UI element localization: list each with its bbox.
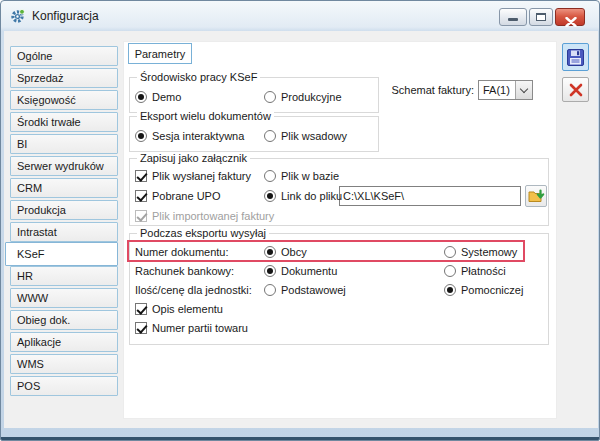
radio-icon [264,170,276,182]
invoice-schema-select[interactable]: FA(1) [478,80,533,100]
minimize-icon [508,18,518,21]
option-label: Link do pliku [281,190,342,202]
radio-link-do-pliku[interactable]: Link do pliku [264,188,342,204]
option-label: Płatności [461,265,506,277]
radio-icon [264,91,276,103]
browse-file-button[interactable] [525,185,547,207]
sidebar-item-intrastat[interactable]: Intrastat [10,222,118,242]
sidebar-item-www[interactable]: WWW [10,288,118,308]
option-label: Sesja interaktywna [152,130,244,142]
group-title: Eksport wielu dokumentów [137,110,274,122]
checkbox-icon [135,190,147,202]
configuration-window: Konfiguracja OgólneSprzedażKsięgowośćŚro… [0,0,600,441]
option-label: Pobrane UPO [152,190,220,202]
radio-sesja-interaktywna[interactable]: Sesja interaktywna [135,128,244,144]
group-eksport-wielu-dokumentow: Eksport wielu dokumentów Sesja interakty… [129,116,379,152]
radio-icon [135,130,147,142]
group-srodowisko-pracy-ksef: Środowisko pracy KSeF DemoProdukcyjne [129,77,379,113]
checkbox-icon [135,303,147,315]
red-x-icon [568,82,584,98]
option-label: Systemowy [461,246,517,258]
radio-pomocniczej[interactable]: Pomocniczej [444,282,523,298]
checkbox-pobrane-upo[interactable]: Pobrane UPO [135,188,220,204]
checkbox-opis-elementu[interactable]: Opis elementu [135,301,223,317]
checkbox-icon [135,322,147,334]
tab-parametry[interactable]: Parametry [128,43,192,64]
option-label: Plik wsadowy [281,130,347,142]
radio-systemowy[interactable]: Systemowy [444,244,517,260]
group-title: Zapisuj jako załącznik [137,152,250,164]
sidebar-item-bi[interactable]: BI [10,134,118,154]
group-title: Podczas eksportu wysyłaj [137,227,269,239]
sidebar-item-produkcja[interactable]: Produkcja [10,200,118,220]
radio-icon [264,265,276,277]
attachment-path-input[interactable] [339,186,521,206]
row-label-ilosc-cene-dla-jednostki: Ilość/cenę dla jednostki: [135,282,252,298]
group-zapisuj-jako-zalacznik: Zapisuj jako załącznik Plik wysłanej fak… [129,158,549,226]
option-label: Numer partii towaru [152,322,248,334]
maximize-button[interactable] [529,8,553,26]
option-label: Produkcyjne [281,91,342,103]
group-podczas-eksportu-wysylaj: Podczas eksportu wysyłaj Numer dokumentu… [129,233,549,345]
radio-demo[interactable]: Demo [135,89,181,105]
save-button[interactable] [562,43,589,71]
checkbox-plik-wyslanej-faktury[interactable]: Plik wysłanej faktury [135,168,251,184]
minimize-button[interactable] [499,8,527,26]
option-label: Demo [152,91,181,103]
floppy-disk-icon [566,48,585,67]
sidebar-item-ogolne[interactable]: Ogólne [10,46,118,66]
sidebar-item-hr[interactable]: HR [10,266,118,286]
sidebar-item-sprzedaz[interactable]: Sprzedaż [10,68,118,88]
radio-podstawowej[interactable]: Podstawowej [264,282,346,298]
radio-icon [264,284,276,296]
radio-icon [444,246,456,258]
radio-produkcyjne[interactable]: Produkcyjne [264,89,342,105]
option-label: Pomocniczej [461,284,523,296]
sidebar-item-serwer-wydrukow[interactable]: Serwer wydruków [10,156,118,176]
checkbox-icon [135,210,147,222]
option-label: Obcy [281,246,307,258]
group-title: Środowisko pracy KSeF [137,71,260,83]
checkbox-icon [135,170,147,182]
radio-icon [264,190,276,202]
radio-icon [444,284,456,296]
sidebar-item-ksef[interactable]: KSeF [5,242,118,266]
option-label: Plik wysłanej faktury [152,170,251,182]
invoice-schema-dropdown-button[interactable] [515,81,532,99]
row-label-numer-dokumentu: Numer dokumentu: [135,244,229,260]
invoice-schema-value: FA(1) [483,84,510,96]
close-icon [565,13,577,31]
sidebar-item-wms[interactable]: WMS [10,354,118,374]
radio-dokumentu[interactable]: Dokumentu [264,263,337,279]
option-label: Plik importowanej faktury [152,210,274,222]
sidebar-item-srodki-trwale[interactable]: Środki trwałe [10,112,118,132]
option-label: Dokumentu [281,265,337,277]
sidebar-item-crm[interactable]: CRM [10,178,118,198]
option-label: Podstawowej [281,284,346,296]
window-title: Konfiguracja [32,9,99,23]
checkbox-plik-importowanej-faktury: Plik importowanej faktury [135,208,274,224]
sidebar-item-aplikacje[interactable]: Aplikacje [10,332,118,352]
option-label: Plik w bazie [281,170,339,182]
category-sidebar: OgólneSprzedażKsięgowośćŚrodki trwałeBIS… [10,46,118,396]
radio-icon [264,246,276,258]
radio-obcy[interactable]: Obcy [264,244,307,260]
checkbox-numer-partii-towaru[interactable]: Numer partii towaru [135,320,248,336]
radio-plik-w-bazie[interactable]: Plik w bazie [264,168,339,184]
option-label: Opis elementu [152,303,223,315]
radio-icon [264,130,276,142]
row-label-rachunek-bankowy: Rachunek bankowy: [135,263,234,279]
radio-platnosci[interactable]: Płatności [444,263,506,279]
radio-icon [135,91,147,103]
gear-icon [10,8,26,24]
radio-plik-wsadowy[interactable]: Plik wsadowy [264,128,347,144]
radio-icon [444,265,456,277]
close-button[interactable] [555,8,585,26]
sidebar-item-obieg-dok[interactable]: Obieg dok. [10,310,118,330]
chevron-down-icon [520,85,528,93]
folder-green-arrow-icon [528,189,545,204]
maximize-icon [536,13,546,21]
cancel-button[interactable] [562,77,589,102]
sidebar-item-ksiegowosc[interactable]: Księgowość [10,90,118,110]
sidebar-item-pos[interactable]: POS [10,376,118,396]
